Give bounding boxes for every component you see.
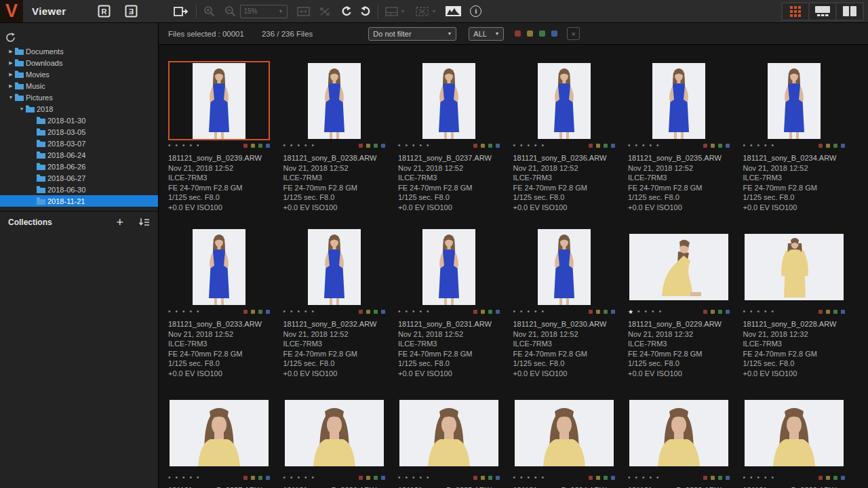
folder-item-downloads[interactable]: ▶Downloads: [0, 57, 158, 68]
color-label-icon[interactable]: [604, 476, 608, 480]
folder-item-movies[interactable]: ▶Movies: [0, 68, 158, 80]
rating-dot-icon[interactable]: •: [656, 142, 659, 149]
grid-item[interactable]: •••••181121_sony_B_0223.ARW: [628, 393, 730, 488]
color-label-icon[interactable]: [374, 144, 378, 148]
color-label-icon[interactable]: [473, 144, 477, 148]
rating-dot-icon[interactable]: •: [542, 308, 545, 315]
folder-item-2018-06-24[interactable]: 2018-06-24: [0, 149, 158, 161]
grid-item[interactable]: •••••181121_sony_B_0226.ARW: [283, 393, 385, 488]
folder-item-2018-06-27[interactable]: 2018-06-27: [0, 172, 158, 184]
color-label-icon[interactable]: [473, 310, 477, 314]
rating-dot-icon[interactable]: •: [757, 142, 760, 149]
grid-view-button[interactable]: [783, 3, 808, 20]
rating-dot-icon[interactable]: •: [427, 474, 429, 481]
rating-dot-icon[interactable]: •: [750, 308, 753, 315]
color-label-icon[interactable]: [251, 310, 255, 314]
rating-dot-icon[interactable]: •: [312, 474, 315, 481]
thumbnail[interactable]: [743, 61, 845, 140]
rating-dot-icon[interactable]: •: [513, 142, 516, 149]
zoom-in-button[interactable]: [203, 3, 215, 20]
color-label-icon[interactable]: [266, 476, 270, 480]
rating-dot-icon[interactable]: •: [176, 308, 178, 315]
color-label-icon[interactable]: [703, 310, 707, 314]
rating-dot-icon[interactable]: •: [398, 142, 401, 149]
color-label-icon[interactable]: [488, 310, 492, 314]
color-label-icon[interactable]: [251, 144, 255, 148]
rating-dot-icon[interactable]: •: [312, 142, 315, 149]
rating-dot-icon[interactable]: •: [168, 308, 171, 315]
color-label-icon[interactable]: [258, 144, 262, 148]
color-label-icon[interactable]: [703, 476, 707, 480]
grid-item[interactable]: •••••181121_sony_B_0239.ARWNov 21, 2018 …: [168, 61, 270, 227]
fit-to-window-button[interactable]: [297, 3, 310, 20]
color-label-icon[interactable]: [718, 310, 722, 314]
rating-dot-icon[interactable]: •: [412, 142, 415, 149]
rating-dot-icon[interactable]: •: [298, 474, 300, 481]
rating-dot-icon[interactable]: •: [757, 308, 760, 315]
thumbnail[interactable]: [283, 227, 385, 306]
folder-item-2018-03-07[interactable]: 2018-03-07: [0, 138, 158, 149]
launch-remote-button[interactable]: R: [98, 3, 111, 20]
rating-dot-icon[interactable]: •: [420, 474, 422, 481]
rating-dot-icon[interactable]: •: [290, 474, 293, 481]
rating-dot-icon[interactable]: •: [757, 474, 760, 481]
color-label-icon[interactable]: [366, 310, 370, 314]
info-button[interactable]: i: [470, 3, 481, 20]
rating-dot-icon[interactable]: •: [635, 474, 638, 481]
chevron-collapsed-icon[interactable]: ▶: [7, 83, 15, 89]
rating-dot-icon[interactable]: •: [652, 308, 654, 315]
rating-dot-icon[interactable]: •: [420, 308, 422, 315]
rating-dot-icon[interactable]: •: [304, 474, 307, 481]
rating-dot-icon[interactable]: •: [406, 308, 408, 315]
color-label-icon[interactable]: [833, 476, 837, 480]
rating-dot-icon[interactable]: •: [656, 474, 659, 481]
add-collection-button[interactable]: +: [116, 216, 123, 228]
color-label-icon[interactable]: [841, 476, 845, 480]
color-label-icon[interactable]: [359, 144, 363, 148]
grid-item[interactable]: •••••181121_sony_B_0235.ARWNov 21, 2018 …: [628, 61, 730, 227]
chevron-collapsed-icon[interactable]: ▶: [7, 72, 15, 77]
color-label-icon[interactable]: [258, 310, 262, 314]
rating-dot-icon[interactable]: •: [176, 142, 178, 149]
rating-dot-icon[interactable]: •: [528, 142, 530, 149]
color-label-icon[interactable]: [488, 144, 492, 148]
rating-dot-icon[interactable]: •: [534, 474, 537, 481]
color-label-filter-icon[interactable]: [539, 30, 545, 37]
rating-dot-icon[interactable]: •: [764, 308, 767, 315]
rotate-left-button[interactable]: [341, 3, 351, 20]
export-button[interactable]: [174, 3, 189, 20]
rating-dot-icon[interactable]: •: [298, 142, 300, 149]
rating-dot-icon[interactable]: •: [298, 308, 300, 315]
refresh-folders-button[interactable]: [5, 28, 16, 46]
rotate-right-button[interactable]: [361, 3, 371, 20]
clear-filter-button[interactable]: ×: [567, 27, 580, 40]
rating-dot-icon[interactable]: •: [412, 308, 415, 315]
color-label-icon[interactable]: [243, 144, 248, 148]
folder-item-music[interactable]: ▶Music: [0, 80, 158, 92]
rating-dot-icon[interactable]: •: [406, 474, 408, 481]
grid-item[interactable]: •••••181121_sony_B_0232.ARWNov 21, 2018 …: [283, 227, 385, 393]
rating-dot-icon[interactable]: •: [743, 474, 746, 481]
rating-dot-icon[interactable]: •: [650, 474, 652, 481]
grid-item[interactable]: •••••181121_sony_B_0234.ARWNov 21, 2018 …: [743, 61, 845, 227]
compare-view-button[interactable]: [837, 3, 863, 20]
rating-dot-icon[interactable]: •: [283, 308, 286, 315]
thumbnail[interactable]: [398, 61, 500, 140]
rating-dot-icon[interactable]: •: [398, 308, 401, 315]
rating-dot-icon[interactable]: •: [182, 308, 185, 315]
color-label-icon[interactable]: [266, 144, 270, 148]
color-label-icon[interactable]: [496, 144, 500, 148]
color-label-icon[interactable]: [841, 144, 845, 148]
launch-edit-button[interactable]: Ǝ: [125, 3, 138, 20]
rating-dot-icon[interactable]: •: [520, 142, 523, 149]
grid-item[interactable]: •••••181121_sony_B_0231.ARWNov 21, 2018 …: [398, 227, 500, 393]
rating-dot-icon[interactable]: •: [412, 474, 415, 481]
thumbnail[interactable]: [283, 61, 385, 140]
color-label-icon[interactable]: [833, 144, 837, 148]
thumbnail[interactable]: [743, 227, 845, 306]
filter-dropdown[interactable]: Do not filter ▼: [368, 27, 456, 41]
color-label-icon[interactable]: [366, 476, 370, 480]
thumbnail[interactable]: [628, 393, 730, 472]
zoom-level-dropdown[interactable]: 15% ▼: [240, 5, 288, 18]
rating-dot-icon[interactable]: •: [197, 308, 199, 315]
